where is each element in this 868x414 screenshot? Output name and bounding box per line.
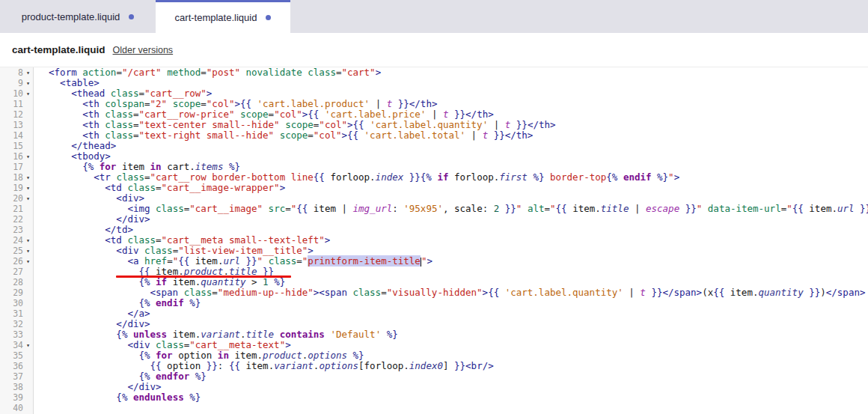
code-line[interactable]: </div> [37, 214, 868, 225]
gutter-spacer [23, 214, 33, 225]
older-versions-link[interactable]: Older versions [113, 45, 174, 55]
code-area[interactable]: <form action="/cart" method="post" noval… [34, 67, 868, 414]
fold-arrow-icon[interactable]: ▾ [23, 183, 33, 193]
code-line[interactable]: {% endunless %} [37, 392, 868, 403]
code-token: }} [246, 255, 257, 267]
code-line[interactable]: <tr class="cart__row border-bottom line{… [37, 172, 868, 183]
code-token: "cart__image-wrapper" [162, 182, 280, 193]
code-line[interactable]: {% for option in item.product.options %} [37, 350, 868, 361]
code-token: index [376, 171, 404, 183]
code-line[interactable]: {% endfor %} [37, 371, 868, 382]
code-line[interactable]: <th colspan="2" scope="col">{{ 'cart.lab… [37, 99, 868, 109]
code-line[interactable]: <form action="/cart" method="post" noval… [37, 67, 868, 78]
code-token: }} [685, 203, 697, 214]
code-line[interactable]: <div class="list-view-item__title"> [37, 246, 868, 256]
code-token: method [167, 67, 201, 78]
gutter-row: 9▾ [0, 78, 33, 88]
code-editor[interactable]: 8▾9▾10▾111213141516▾1718▾19▾20▾21222324▾… [0, 67, 868, 414]
code-line[interactable]: <a href="{{ item.url }}" class="printfor… [37, 256, 868, 267]
code-line[interactable]: <thead class="cart__row"> [37, 88, 868, 99]
gutter-row: 28 [0, 277, 33, 287]
code-token [127, 329, 133, 340]
code-token [178, 287, 184, 298]
unsaved-changes-dot [129, 14, 134, 19]
code-token: scale [454, 203, 483, 214]
fold-arrow-icon[interactable]: ▾ [23, 78, 33, 88]
fold-arrow-icon[interactable]: ▾ [23, 67, 33, 78]
line-number: 15 [0, 141, 23, 151]
code-line[interactable] [37, 403, 868, 413]
code-line[interactable]: </td> [37, 225, 868, 235]
code-token [37, 276, 138, 287]
code-token: scope [240, 109, 269, 120]
code-line[interactable]: </a> [37, 308, 868, 319]
code-token: | [488, 119, 505, 130]
code-line[interactable]: <table> [37, 78, 868, 88]
code-line[interactable]: {% endif %} [37, 298, 868, 308]
file-header: cart-template.liquid Older versions [0, 33, 868, 67]
code-line[interactable]: <span class="medium-up--hide"><span clas… [37, 287, 868, 298]
code-token: {{ [229, 360, 240, 371]
code-token: </span> [826, 287, 866, 298]
code-token: > [246, 276, 263, 287]
fold-arrow-icon[interactable]: ▾ [23, 246, 33, 256]
code-token: scope [285, 119, 314, 130]
code-line[interactable]: <td class="cart__meta small--text-left"> [37, 235, 868, 246]
code-token: {% [116, 392, 127, 403]
code-token: "visually-hidden" [387, 287, 483, 298]
code-token: class [156, 339, 184, 350]
code-token: = [296, 255, 302, 267]
gutter-row: 15 [0, 141, 33, 151]
code-token: {{ [347, 130, 358, 141]
code-line[interactable]: </thead> [37, 141, 868, 151]
code-token: | [336, 203, 353, 214]
code-line[interactable]: </div> [37, 382, 868, 392]
code-token [37, 140, 71, 151]
code-line[interactable]: {% unless item.variant.title contains 'D… [37, 329, 868, 340]
code-token: = [545, 203, 551, 214]
gutter-spacer [23, 141, 33, 151]
code-token [364, 119, 370, 130]
line-number: 38 [0, 382, 23, 392]
code-token: ] [443, 360, 454, 371]
code-token [358, 130, 364, 141]
code-token: > [427, 255, 433, 267]
code-line[interactable]: {{ option }}: {{ item.variant.options[fo… [37, 361, 868, 371]
gutter-row: 19▾ [0, 183, 33, 193]
code-token: {{ [178, 255, 189, 267]
code-token: product [263, 350, 302, 361]
tab-product-template[interactable]: product-template.liquid [0, 0, 156, 33]
code-token [150, 276, 156, 287]
fold-arrow-icon[interactable]: ▾ [23, 172, 33, 183]
fold-arrow-icon[interactable]: ▾ [23, 151, 33, 162]
fold-arrow-icon[interactable]: ▾ [23, 193, 33, 204]
code-line[interactable]: {% for item in cart.items %} [37, 162, 868, 172]
code-line[interactable]: <div class="cart__meta-text"> [37, 340, 868, 350]
code-token: | [370, 98, 387, 109]
code-line[interactable]: <th class="text-center small--hide" scop… [37, 120, 868, 130]
code-line[interactable]: <th class="cart__row-price" scope="col">… [37, 109, 868, 120]
code-line[interactable]: <div> [37, 193, 868, 204]
code-line[interactable]: <tbody> [37, 151, 868, 162]
code-token: > [234, 98, 240, 109]
code-token: | [426, 109, 443, 120]
code-token [251, 98, 257, 109]
code-token [189, 371, 195, 382]
code-line[interactable]: {% if item.quantity > 1 %} [37, 277, 868, 287]
code-token [138, 255, 144, 267]
fold-arrow-icon[interactable]: ▾ [23, 88, 33, 99]
code-line[interactable]: <th class="text-right small--hide" scope… [37, 130, 868, 141]
code-line[interactable]: <td class="cart__image-wrapper"> [37, 183, 868, 193]
code-line[interactable]: {{ item.product.title }} [37, 267, 868, 277]
fold-arrow-icon[interactable]: ▾ [23, 235, 33, 246]
fold-arrow-icon[interactable]: ▾ [23, 340, 33, 350]
code-line[interactable]: </div> [37, 319, 868, 329]
code-token: > [341, 130, 347, 141]
code-token [37, 203, 127, 214]
code-token: %} [387, 329, 398, 340]
unsaved-changes-dot [266, 15, 271, 20]
code-token [403, 171, 409, 183]
tab-cart-template[interactable]: cart-template.liquid [156, 0, 290, 33]
fold-arrow-icon[interactable]: ▾ [23, 256, 33, 267]
code-line[interactable]: <img class="cart__image" src="{{ item | … [37, 204, 868, 214]
